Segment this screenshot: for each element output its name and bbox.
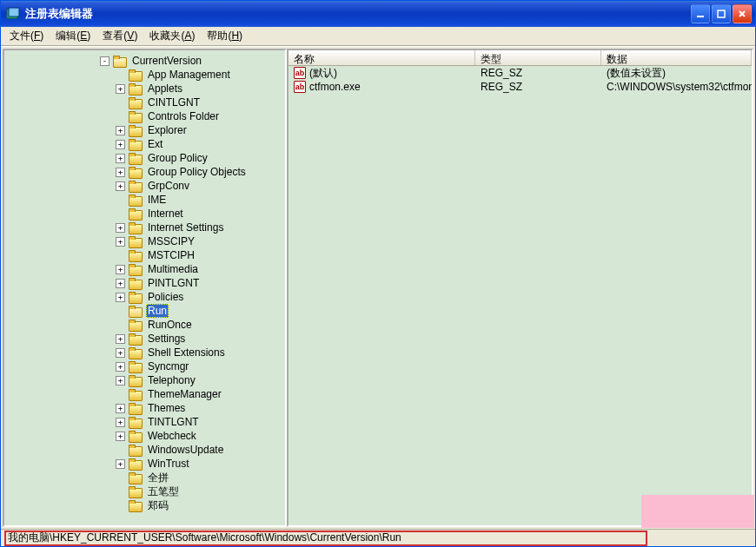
tree-node[interactable]: +Shell Extensions [6,346,285,359]
tree-node[interactable]: ThemeManager [6,387,285,401]
tree-node[interactable]: 郑码 [6,498,285,512]
menu-favorites[interactable]: 收藏夹(A) [144,27,200,45]
tree-label[interactable]: Group Policy Objects [146,166,248,178]
tree-node[interactable]: 全拼 [6,471,285,484]
expand-icon[interactable]: + [116,126,125,135]
tree-node[interactable]: +Explorer [6,123,285,137]
tree-label[interactable]: Group Policy [146,152,209,164]
expand-icon[interactable]: + [116,334,125,344]
tree-label[interactable]: Webcheck [146,430,198,442]
expand-icon[interactable]: + [116,418,125,427]
tree-label[interactable]: RunOnce [146,319,194,331]
tree-label[interactable]: Internet [146,208,185,220]
tree-node[interactable]: +Group Policy [6,151,285,165]
tree-label[interactable]: MSSCIPY [146,235,196,247]
expand-icon[interactable]: + [116,237,125,247]
tree-label[interactable]: Internet Settings [146,221,225,234]
list-row[interactable]: abctfmon.exeREG_SZC:\WINDOWS\system32\ct… [288,80,752,94]
tree-label[interactable]: IME [146,194,168,206]
tree-node[interactable]: +Syncmgr [6,359,285,373]
tree-node[interactable]: RunOnce [6,318,285,332]
tree-label[interactable]: CINTLGNT [146,96,202,109]
tree-node[interactable]: +Internet Settings [6,221,285,234]
expand-icon[interactable]: + [116,181,125,191]
tree-node[interactable]: Run [6,304,285,318]
tree-label[interactable]: Explorer [146,124,189,136]
minimize-button[interactable] [691,4,710,23]
menu-help[interactable]: 帮助(H) [202,27,248,45]
tree-label[interactable]: Ext [146,138,164,150]
expand-icon[interactable]: + [116,84,125,94]
tree-label[interactable]: Controls Folder [146,110,221,122]
tree-node[interactable]: +Multimedia [6,262,285,276]
tree-node[interactable]: App Management [6,68,285,82]
expand-icon[interactable]: + [116,154,125,163]
expand-icon[interactable]: + [116,140,125,149]
expand-icon[interactable]: + [116,404,125,413]
tree-label[interactable]: Policies [146,291,185,303]
tree-node-root[interactable]: - CurrentVersion [6,54,285,68]
tree-node[interactable]: WindowsUpdate [6,443,285,457]
tree-label[interactable]: Run [146,304,169,318]
tree-node[interactable]: +PINTLGNT [6,276,285,290]
tree-label[interactable]: Telephony [146,374,197,386]
col-header-data[interactable]: 数据 [601,50,752,65]
tree-node[interactable]: +Ext [6,137,285,151]
tree-label[interactable]: Syncmgr [146,360,190,372]
titlebar[interactable]: 注册表编辑器 [1,1,755,27]
col-header-name[interactable]: 名称 [288,50,475,65]
tree-node[interactable]: +Settings [6,332,285,346]
tree-node[interactable]: +WinTrust [6,457,285,471]
expand-icon[interactable]: + [116,432,125,441]
col-header-type[interactable]: 类型 [475,50,601,65]
tree-node[interactable]: +MSSCIPY [6,234,285,248]
tree-node[interactable]: +TINTLGNT [6,415,285,429]
tree-label[interactable]: 全拼 [146,471,170,485]
tree-label[interactable]: GrpConv [146,180,191,192]
expand-icon[interactable]: + [116,348,125,358]
list-row[interactable]: ab(默认)REG_SZ(数值未设置) [288,66,752,80]
close-button[interactable] [733,4,752,23]
tree-node[interactable]: +Applets [6,82,285,96]
menu-edit[interactable]: 编辑(E) [50,27,96,45]
tree-node[interactable]: Internet [6,207,285,221]
tree-pane[interactable]: - CurrentVersion App Management+AppletsC… [3,49,287,527]
menu-file[interactable]: 文件(F) [4,27,49,45]
list-body[interactable]: ab(默认)REG_SZ(数值未设置)abctfmon.exeREG_SZC:\… [288,66,752,525]
tree-label[interactable]: WindowsUpdate [146,444,225,456]
expand-icon[interactable]: + [116,293,125,302]
tree-node[interactable]: +Policies [6,290,285,304]
tree-node[interactable]: Controls Folder [6,109,285,123]
tree-label[interactable]: CurrentVersion [130,55,203,67]
tree-label[interactable]: PINTLGNT [146,277,201,289]
tree-label[interactable]: Settings [146,333,187,345]
tree-node[interactable]: +Webcheck [6,429,285,443]
tree-label[interactable]: WinTrust [146,458,191,470]
tree-label[interactable]: 五笔型 [146,484,181,499]
tree-label[interactable]: TINTLGNT [146,416,201,428]
maximize-button[interactable] [712,4,731,23]
tree-node[interactable]: +Group Policy Objects [6,165,285,179]
expand-icon[interactable]: + [116,168,125,177]
tree-node[interactable]: +GrpConv [6,179,285,193]
collapse-icon[interactable]: - [100,56,109,66]
tree-label[interactable]: Applets [146,82,184,95]
tree-label[interactable]: 郑码 [146,498,170,513]
tree-node[interactable]: CINTLGNT [6,96,285,109]
tree-label[interactable]: Shell Extensions [146,346,227,359]
expand-icon[interactable]: + [116,362,125,372]
tree-label[interactable]: ThemeManager [146,388,223,400]
tree-node[interactable]: +Telephony [6,373,285,387]
expand-icon[interactable]: + [116,459,125,469]
tree-label[interactable]: App Management [146,69,232,81]
tree-label[interactable]: MSTCIPH [146,249,196,261]
tree-node[interactable]: IME [6,193,285,207]
expand-icon[interactable]: + [116,223,125,233]
expand-icon[interactable]: + [116,376,125,386]
tree-node[interactable]: +Themes [6,401,285,415]
tree-label[interactable]: Themes [146,402,187,414]
tree-node[interactable]: 五笔型 [6,484,285,498]
menu-view[interactable]: 查看(V) [97,27,143,45]
tree-node[interactable]: MSTCIPH [6,248,285,262]
expand-icon[interactable]: + [116,265,125,274]
